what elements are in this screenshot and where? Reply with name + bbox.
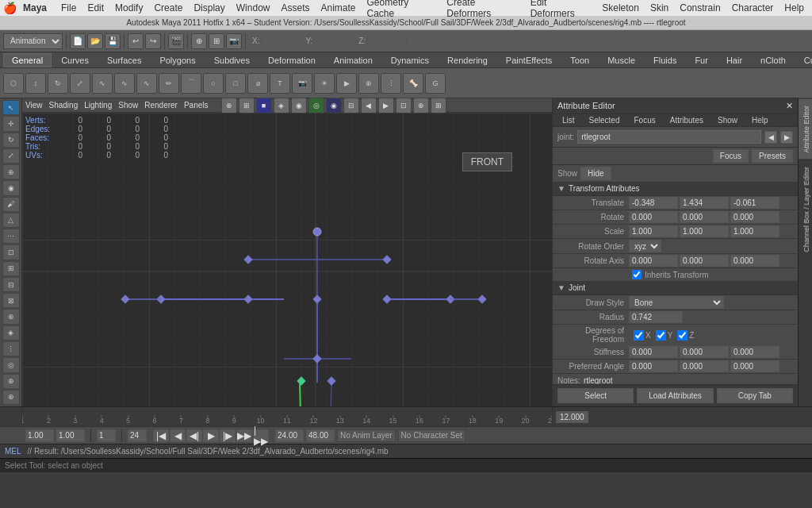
shelf-icon-text[interactable]: T [270, 73, 290, 94]
dof-z-checkbox[interactable] [677, 330, 688, 341]
shelf-tab-general[interactable]: General [3, 53, 52, 67]
vh-shading[interactable]: Shading [49, 101, 79, 110]
shelf-icon-arc[interactable]: ⌒ [181, 73, 201, 94]
shelf-icon-select[interactable]: ⬡ [3, 73, 24, 94]
vh-lighting[interactable]: Lighting [84, 101, 112, 110]
tool-move[interactable]: ✛ [2, 116, 20, 131]
vp-btn-9[interactable]: ◀ [361, 98, 377, 114]
shelf-icon-pencil[interactable]: ✏ [159, 73, 179, 94]
shelf-icon-joint[interactable]: ⋮ [381, 73, 401, 94]
vh-show[interactable]: Show [118, 101, 138, 110]
preferred-z-field[interactable] [730, 360, 779, 372]
vp-btn-2[interactable]: ⊞ [239, 98, 255, 114]
pb-goto-start[interactable]: |◀ [153, 429, 169, 442]
shelf-icon-cv[interactable]: ∿ [92, 73, 113, 94]
attr-tab-help[interactable]: Help [745, 114, 775, 126]
shelf-tab-subdives[interactable]: Subdives [205, 53, 259, 67]
toolbar-undo[interactable]: ↩ [128, 33, 144, 49]
menu-animate[interactable]: Animate [316, 2, 361, 13]
vp-btn-11[interactable]: ⊡ [396, 98, 412, 114]
translate-z-field[interactable] [730, 197, 779, 209]
toolbar-open[interactable]: 📂 [87, 33, 103, 49]
vp-btn-3[interactable]: ■ [256, 98, 272, 114]
end-frame[interactable] [306, 429, 335, 442]
tool-transform[interactable]: ⊕ [2, 164, 20, 179]
frame-val1[interactable] [25, 429, 54, 442]
pb-prev-key[interactable]: ◀ [170, 429, 186, 442]
translate-x-field[interactable] [629, 197, 678, 209]
tool-extra2[interactable]: ⊕ [2, 390, 20, 405]
frame-val2[interactable] [56, 429, 85, 442]
mode-selector[interactable]: Animation [3, 33, 63, 49]
vh-view[interactable]: View [25, 101, 43, 110]
joint-prev-btn[interactable]: ◀ [764, 131, 777, 144]
dof-y-checkbox[interactable] [656, 330, 666, 341]
pb-next-key[interactable]: ▶▶ [236, 429, 252, 442]
vp-btn-13[interactable]: ⊞ [431, 98, 446, 114]
shelf-tab-surfaces[interactable]: Surfaces [98, 53, 150, 67]
tool-rotate[interactable]: ↻ [2, 133, 20, 148]
vh-renderer[interactable]: Renderer [144, 101, 178, 110]
menu-create[interactable]: Create [149, 2, 187, 13]
focus-button[interactable]: Focus [713, 149, 749, 163]
inherits-transform-checkbox[interactable] [632, 270, 642, 279]
shelf-icon-render2[interactable]: ▶ [336, 73, 357, 94]
vp-btn-1[interactable]: ⊕ [221, 98, 237, 114]
rotate-axis-y-field[interactable] [680, 255, 729, 267]
preferred-x-field[interactable] [629, 360, 678, 372]
pb-goto-end[interactable]: |▶▶ [253, 429, 269, 442]
menu-help[interactable]: Help [779, 2, 809, 13]
shelf-icon-bezier[interactable]: ∿ [136, 73, 157, 94]
shelf-tab-polygons[interactable]: Polygons [151, 53, 204, 67]
tool-soft[interactable]: ◉ [2, 180, 20, 195]
load-attrs-button[interactable]: Load Attributes [637, 388, 713, 403]
menu-assets[interactable]: Assets [276, 2, 314, 13]
frame-val3[interactable] [97, 429, 116, 442]
vp-btn-6[interactable]: ◎ [308, 98, 324, 114]
scale-z-field[interactable] [730, 225, 779, 237]
mel-label[interactable]: MEL [5, 447, 21, 456]
draw-style-select[interactable]: Bone Multi-child as Box None [629, 296, 724, 309]
attr-tab-show[interactable]: Show [711, 114, 744, 126]
toolbar-magnet[interactable]: ⊕ [191, 33, 207, 49]
stiffness-y-field[interactable] [680, 346, 729, 358]
shelf-tab-rendering[interactable]: Rendering [439, 53, 496, 67]
shelf-icon-locator[interactable]: ⊕ [358, 73, 379, 94]
menu-modify[interactable]: Modify [110, 2, 147, 13]
current-frame[interactable] [275, 429, 304, 442]
menu-display[interactable]: Display [189, 2, 229, 13]
attr-tab-list[interactable]: List [556, 114, 581, 126]
shelf-tab-muscle[interactable]: Muscle [599, 53, 644, 67]
presets-button[interactable]: Presets [752, 149, 793, 163]
attr-tab-attributes[interactable]: Attributes [664, 114, 710, 126]
pb-prev-frame[interactable]: ◀| [186, 429, 202, 442]
shelf-tab-toon[interactable]: Toon [561, 53, 598, 67]
select-button[interactable]: Select [557, 388, 634, 403]
scale-x-field[interactable] [629, 225, 678, 237]
shelf-icon-circle[interactable]: ○ [203, 73, 224, 94]
shelf-icon-move[interactable]: ↕ [25, 73, 46, 94]
toolbar-grid[interactable]: ⊞ [209, 33, 224, 49]
tool-ik2[interactable]: ⋮ [2, 341, 20, 356]
tool-anim[interactable]: ⊕ [2, 309, 20, 324]
joint-section-header[interactable]: ▼ Joint [553, 281, 798, 295]
menu-file[interactable]: File [56, 2, 81, 13]
menu-edit[interactable]: Edit [82, 2, 109, 13]
stiffness-z-field[interactable] [730, 346, 779, 358]
tool-paint[interactable]: 🖌 [2, 197, 20, 212]
rotate-axis-x-field[interactable] [629, 255, 678, 267]
vp-btn-7[interactable]: ◉ [326, 98, 342, 114]
vp-btn-4[interactable]: ◈ [274, 98, 289, 114]
menu-character[interactable]: Character [727, 2, 779, 13]
shelf-icon-helix[interactable]: ⌀ [247, 73, 268, 94]
attr-tab-focus[interactable]: Focus [627, 114, 661, 126]
vp-btn-10[interactable]: ▶ [378, 98, 394, 114]
joint-next-btn[interactable]: ▶ [780, 131, 793, 144]
toolbar-save[interactable]: 💾 [105, 33, 121, 49]
shelf-tab-animation[interactable]: Animation [325, 53, 381, 67]
attr-editor-close[interactable]: ✕ [786, 101, 793, 111]
viewport-canvas[interactable]: x y z Verts: 0 0 0 0 Edges: 0 0 0 0 [22, 113, 552, 406]
attr-tab-selected[interactable]: Selected [583, 114, 626, 126]
tool-scale[interactable]: ⤢ [2, 148, 20, 164]
translate-y-field[interactable] [680, 197, 729, 209]
